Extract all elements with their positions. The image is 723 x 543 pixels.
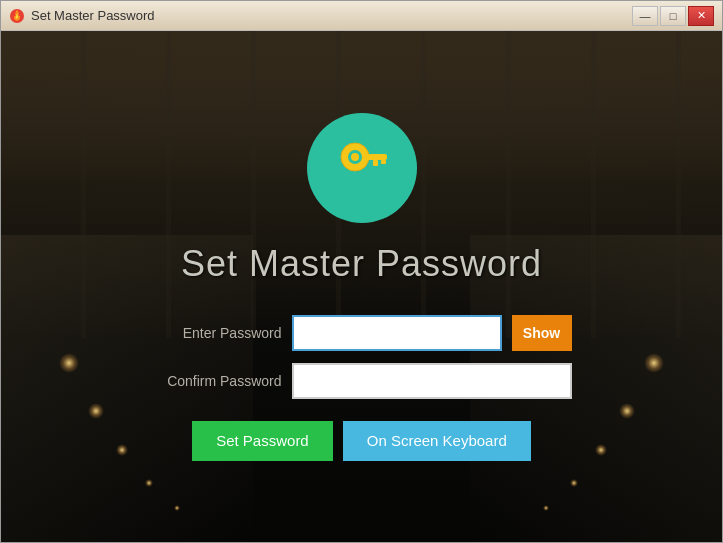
minimize-button[interactable]: — <box>632 6 658 26</box>
content-area: Set Master Password Enter Password Show … <box>1 31 722 542</box>
form-area: Enter Password Show Confirm Password Set… <box>152 315 572 461</box>
titlebar: Set Master Password — □ ✕ <box>1 1 722 31</box>
titlebar-left: Set Master Password <box>9 8 155 24</box>
page-title: Set Master Password <box>181 243 542 285</box>
confirm-password-input[interactable] <box>292 363 572 399</box>
action-buttons-row: Set Password On Screen Keyboard <box>152 421 572 461</box>
on-screen-keyboard-button[interactable]: On Screen Keyboard <box>343 421 531 461</box>
svg-rect-5 <box>373 160 378 166</box>
key-icon <box>329 135 394 200</box>
window: Set Master Password — □ ✕ <box>0 0 723 543</box>
confirm-password-row: Confirm Password <box>152 363 572 399</box>
key-circle <box>307 113 417 223</box>
enter-password-label: Enter Password <box>152 325 282 341</box>
svg-rect-4 <box>365 154 387 160</box>
enter-password-input[interactable] <box>292 315 502 351</box>
form-overlay: Set Master Password Enter Password Show … <box>1 31 722 542</box>
app-icon <box>9 8 25 24</box>
set-password-button[interactable]: Set Password <box>192 421 333 461</box>
window-title: Set Master Password <box>31 8 155 23</box>
titlebar-controls: — □ ✕ <box>632 6 714 26</box>
maximize-button[interactable]: □ <box>660 6 686 26</box>
close-button[interactable]: ✕ <box>688 6 714 26</box>
show-password-button[interactable]: Show <box>512 315 572 351</box>
svg-point-3 <box>351 153 359 161</box>
confirm-password-label: Confirm Password <box>152 373 282 389</box>
enter-password-row: Enter Password Show <box>152 315 572 351</box>
svg-rect-6 <box>381 160 386 164</box>
